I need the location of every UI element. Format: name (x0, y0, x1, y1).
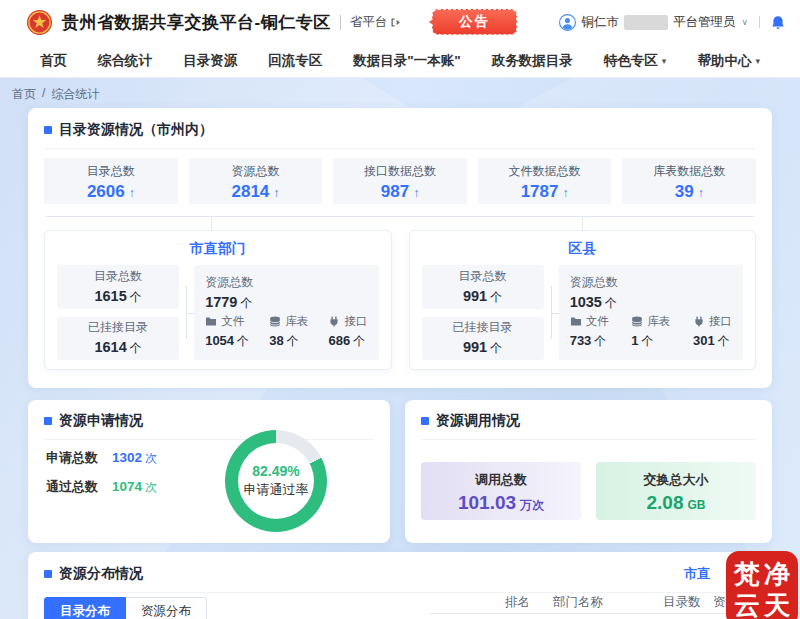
column-catalog-count: 目录数 (663, 594, 713, 611)
city-departments-panel: 市直部门 目录总数 1615个 已挂接目录 1614个 (44, 230, 392, 370)
ranking-table-header: 排名 部门名称 目录数 资源数 (430, 592, 772, 614)
page-content: 首页 / 综合统计 目录资源情况（市州内） 目录总数 2606↑ 资源总数 28… (0, 78, 800, 619)
bracket-connector (544, 265, 559, 360)
breadcrumb-separator: / (42, 86, 45, 103)
tree-connector-lines (44, 204, 756, 230)
up-arrow-icon: ↑ (562, 187, 568, 199)
nav-item-catalog-resources[interactable]: 目录资源 (183, 52, 237, 70)
tab-resource-distribution[interactable]: 资源分布 (126, 597, 207, 619)
nav-item-special-zones[interactable]: 特色专区 ▾ (604, 52, 667, 70)
user-area: 铜仁市 平台管理员 ∨ (559, 14, 800, 31)
chevron-down-icon: ▾ (755, 56, 760, 66)
portal-link-label: 省平台 (350, 14, 388, 31)
catalog-stats-row: 目录总数 2606↑ 资源总数 2814↑ 接口数据总数 987↑ 文件数据总数… (44, 158, 756, 204)
api-breakdown: 接口 301个 (693, 314, 732, 350)
user-role-label[interactable]: 平台管理员 (673, 14, 736, 31)
bracket-connector (179, 265, 194, 360)
breadcrumb-current: 综合统计 (51, 86, 99, 103)
file-breakdown: 文件 1054个 (205, 314, 249, 350)
user-city-label: 铜仁市 (581, 14, 619, 31)
table-breakdown: 库表 1个 (631, 314, 670, 350)
tab-catalog-distribution[interactable]: 目录分布 (44, 597, 126, 619)
province-portal-link[interactable]: 省平台 (350, 14, 402, 31)
user-avatar-icon (559, 14, 576, 31)
invocation-total-box: 调用总数 101.03万次 (421, 462, 581, 520)
donut-center-label: 82.49% 申请通过率 (225, 430, 327, 532)
nav-item-gov-data-catalog[interactable]: 政务数据目录 (492, 52, 573, 70)
header-separator (759, 16, 760, 28)
section-title: 资源申请情况 (59, 412, 143, 430)
stat-api-data-total: 接口数据总数 987↑ (333, 158, 467, 204)
announcement-button[interactable]: 公告 (432, 9, 517, 35)
column-department: 部门名称 (553, 594, 663, 611)
section-bullet-icon (44, 126, 52, 134)
resource-total-box: 资源总数 1779个 文件 1054个 库表 38个 (194, 265, 378, 360)
file-breakdown: 文件 733个 (570, 314, 609, 350)
announcement-label: 公告 (459, 13, 490, 31)
nav-item-data-catalog-ledger[interactable]: 数据目录"一本账" (353, 52, 460, 70)
nav-item-home[interactable]: 首页 (40, 52, 67, 70)
section-title: 资源调用情况 (436, 412, 520, 430)
column-rank: 排名 (505, 594, 553, 611)
api-breakdown: 接口 686个 (328, 314, 367, 350)
resource-application-card: 资源申请情况 申请总数 1302次 通过总数 1074次 82.49% 申请通过… (28, 400, 390, 543)
application-total-row: 申请总数 1302次 (46, 449, 157, 467)
national-emblem-icon (26, 9, 53, 36)
nav-item-help-center[interactable]: 帮助中心 ▾ (697, 52, 760, 70)
panel-title: 市直部门 (57, 240, 379, 258)
breadcrumb: 首页 / 综合统计 (12, 86, 99, 103)
file-icon (570, 316, 582, 327)
catalog-resources-card: 目录资源情况（市州内） 目录总数 2606↑ 资源总数 2814↑ 接口数据总数… (28, 108, 772, 388)
catalog-total-box: 目录总数 1615个 (57, 265, 179, 309)
fanjing-cloud-watermark-logo: 梵 净 云 天 (726, 551, 798, 619)
up-arrow-icon: ↑ (273, 187, 279, 199)
chevron-down-icon[interactable]: ∨ (741, 17, 748, 27)
linked-catalog-box: 已挂接目录 991个 (422, 317, 544, 361)
breadcrumb-home[interactable]: 首页 (12, 86, 36, 103)
table-icon (269, 316, 281, 327)
panel-title: 区县 (422, 240, 744, 258)
city-direct-link[interactable]: 市直 (684, 565, 710, 583)
page-title: 贵州省数据共享交换平台-铜仁专区 (62, 11, 331, 34)
exchange-size-box: 交换总大小 2.08GB (596, 462, 756, 520)
api-icon (693, 316, 705, 327)
stat-catalog-total: 目录总数 2606↑ (44, 158, 178, 204)
nav-item-statistics[interactable]: 综合统计 (98, 52, 152, 70)
title-divider (340, 15, 341, 30)
resource-usage-card: 资源调用情况 调用总数 101.03万次 交换总大小 2.08GB (405, 400, 772, 543)
file-icon (205, 316, 217, 327)
section-bullet-icon (44, 417, 52, 425)
stat-file-data-total: 文件数据总数 1787↑ (478, 158, 612, 204)
approved-total-row: 通过总数 1074次 (46, 478, 157, 496)
distribution-tabs: 目录分布 资源分布 (44, 597, 207, 619)
nav-item-backflow-zone[interactable]: 回流专区 (268, 52, 322, 70)
section-title: 目录资源情况（市州内） (59, 121, 213, 139)
section-divider (421, 439, 756, 440)
resource-total-box: 资源总数 1035个 文件 733个 库表 1个 (559, 265, 743, 360)
table-icon (631, 316, 643, 327)
table-breakdown: 库表 38个 (269, 314, 308, 350)
up-arrow-icon: ↑ (413, 187, 419, 199)
section-title: 资源分布情况 (59, 565, 143, 583)
stat-resource-total: 资源总数 2814↑ (189, 158, 323, 204)
linked-catalog-box: 已挂接目录 1614个 (57, 317, 179, 361)
api-icon (328, 316, 340, 327)
brand-area: 贵州省数据共享交换平台-铜仁专区 省平台 (0, 9, 401, 36)
catalog-total-box: 目录总数 991个 (422, 265, 544, 309)
stat-table-data-total: 库表数据总数 39↑ (622, 158, 756, 204)
up-arrow-icon: ↑ (129, 187, 135, 199)
section-bullet-icon (44, 570, 52, 578)
section-divider (44, 148, 756, 149)
notification-bell-icon[interactable] (771, 15, 785, 30)
resource-distribution-card: 资源分布情况 市直 目录分布 资源分布 排名 部门名称 目录数 资源数 (28, 552, 772, 619)
redacted-username (624, 15, 668, 30)
app-header: 贵州省数据共享交换平台-铜仁专区 省平台 公告 铜仁市 平台管理员 ∨ (0, 0, 800, 44)
up-arrow-icon: ↑ (698, 187, 704, 199)
section-bullet-icon (421, 417, 429, 425)
main-nav: 首页 综合统计 目录资源 回流专区 数据目录"一本账" 政务数据目录 特色专区 … (0, 44, 800, 78)
external-link-icon (390, 17, 401, 28)
districts-counties-panel: 区县 目录总数 991个 已挂接目录 991个 资源总 (409, 230, 757, 370)
chevron-down-icon: ▾ (662, 56, 667, 66)
